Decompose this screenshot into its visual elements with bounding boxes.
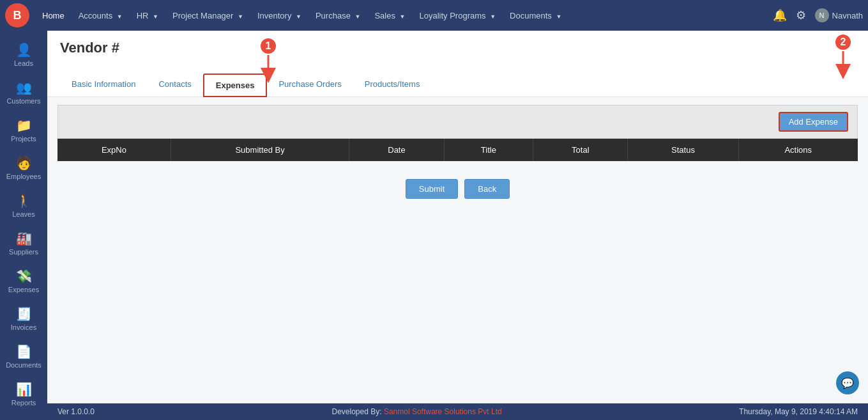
- sidebar-label-projects: Projects: [11, 135, 36, 143]
- settings-icon[interactable]: ⚙: [796, 8, 806, 22]
- nav-right: 🔔 ⚙ N Navnath: [773, 8, 863, 22]
- sidebar-item-projects[interactable]: 📁 Projects: [0, 111, 47, 149]
- leads-icon: 👤: [16, 42, 32, 58]
- sidebar-label-reports: Reports: [11, 399, 36, 407]
- leaves-icon: 🚶: [16, 193, 32, 208]
- projects-icon: 📁: [16, 118, 32, 133]
- notification-icon[interactable]: 🔔: [773, 8, 787, 22]
- sidebar-label-leaves: Leaves: [12, 210, 34, 218]
- nav-sales[interactable]: Sales ▼: [368, 7, 411, 24]
- expenses-icon: 💸: [16, 268, 32, 284]
- documents-icon: 📄: [16, 344, 32, 359]
- table-container: ExpNo Submitted By Date Title Total Stat…: [57, 139, 858, 161]
- reports-icon: 📊: [16, 382, 32, 397]
- datetime-label: Thursday, May 9, 2019 4:40:14 AM: [739, 407, 858, 416]
- employees-icon: 🧑: [16, 155, 32, 171]
- col-total: Total: [533, 139, 628, 161]
- col-actions: Actions: [738, 139, 858, 161]
- sidebar-label-suppliers: Suppliers: [9, 248, 38, 256]
- sidebar-item-customers[interactable]: 👥 Customers: [0, 74, 47, 111]
- sidebar-label-customers: Customers: [6, 97, 40, 105]
- tab-purchase-orders[interactable]: Purchase Orders: [267, 74, 353, 97]
- back-button[interactable]: Back: [464, 179, 510, 199]
- sidebar-item-leaves[interactable]: 🚶 Leaves: [0, 187, 47, 224]
- form-actions: Submit Back: [57, 179, 858, 199]
- nav-inventory[interactable]: Inventory ▼: [251, 7, 308, 24]
- main-layout: 👤 Leads 👥 Customers 📁 Projects 🧑 Employe…: [0, 31, 868, 420]
- dev-info: Developed By: Sanmol Software Solutions …: [332, 407, 502, 416]
- nav-project-manager[interactable]: Project Manager ▼: [166, 7, 250, 24]
- tab-basic-information[interactable]: Basic Information: [60, 74, 147, 97]
- chat-bubble-button[interactable]: 💬: [836, 371, 859, 394]
- tab-products-items[interactable]: Products/Items: [353, 74, 432, 97]
- nav-loyality[interactable]: Loyality Programs ▼: [413, 7, 502, 24]
- sidebar-label-invoices: Invoices: [11, 323, 36, 331]
- col-date: Date: [349, 139, 444, 161]
- sidebar-item-invoices[interactable]: 🧾 Invoices: [0, 300, 47, 338]
- sidebar-label-employees: Employees: [6, 173, 41, 180]
- username-label: Navnath: [832, 11, 863, 20]
- sidebar-label-expenses: Expenses: [8, 286, 39, 293]
- sidebar-item-employees[interactable]: 🧑 Employees: [0, 149, 47, 187]
- sidebar-label-leads: Leads: [14, 59, 33, 67]
- tab-contacts[interactable]: Contacts: [147, 74, 202, 97]
- sidebar-item-documents[interactable]: 📄 Documents: [0, 338, 47, 375]
- col-status: Status: [628, 139, 738, 161]
- page-title: Vendor #: [60, 40, 855, 56]
- content-area: Vendor # 1: [47, 31, 868, 420]
- page-header: Vendor # 1: [47, 31, 868, 97]
- nav-home[interactable]: Home: [36, 7, 71, 24]
- col-title: Title: [444, 139, 533, 161]
- nav-documents[interactable]: Documents ▼: [503, 7, 568, 24]
- user-menu[interactable]: N Navnath: [815, 8, 863, 22]
- app-logo: B: [5, 3, 29, 27]
- toolbar: Add Expense: [57, 105, 858, 139]
- top-navbar: B Home Accounts ▼ HR ▼ Project Manager ▼…: [0, 0, 868, 31]
- table-header: ExpNo Submitted By Date Title Total Stat…: [57, 139, 858, 161]
- avatar: N: [815, 8, 829, 22]
- tab-expenses[interactable]: Expenses: [203, 74, 268, 97]
- sidebar: 👤 Leads 👥 Customers 📁 Projects 🧑 Employe…: [0, 31, 47, 420]
- invoices-icon: 🧾: [16, 306, 32, 322]
- sidebar-item-reports[interactable]: 📊 Reports: [0, 375, 47, 413]
- tabs: Basic Information Contacts Expenses Purc…: [60, 74, 855, 97]
- suppliers-icon: 🏭: [16, 231, 32, 246]
- nav-accounts[interactable]: Accounts ▼: [72, 7, 129, 24]
- sidebar-item-expenses[interactable]: 💸 Expenses: [0, 262, 47, 300]
- sidebar-item-leads[interactable]: 👤 Leads: [0, 36, 47, 74]
- submit-button[interactable]: Submit: [406, 179, 458, 199]
- nav-hr[interactable]: HR ▼: [130, 7, 165, 24]
- customers-icon: 👥: [16, 80, 32, 95]
- col-submitted-by: Submitted By: [171, 139, 349, 161]
- add-expense-button[interactable]: Add Expense: [779, 112, 848, 132]
- expenses-table: ExpNo Submitted By Date Title Total Stat…: [57, 139, 858, 161]
- table-header-row: ExpNo Submitted By Date Title Total Stat…: [57, 139, 858, 161]
- dev-text-label: Developed By:: [332, 407, 382, 416]
- sidebar-label-documents: Documents: [6, 361, 42, 369]
- version-label: Ver 1.0.0.0: [57, 407, 95, 416]
- nav-purchase[interactable]: Purchase ▼: [309, 7, 367, 24]
- inner-content: Add Expense ExpNo Submitted By Date Titl…: [47, 97, 868, 403]
- dev-link[interactable]: Sanmol Software Solutions Pvt Ltd: [384, 407, 502, 416]
- sidebar-item-suppliers[interactable]: 🏭 Suppliers: [0, 224, 47, 262]
- footer: Ver 1.0.0.0 Developed By: Sanmol Softwar…: [47, 403, 868, 420]
- nav-items: Home Accounts ▼ HR ▼ Project Manager ▼ I…: [36, 7, 773, 24]
- col-expno: ExpNo: [57, 139, 171, 161]
